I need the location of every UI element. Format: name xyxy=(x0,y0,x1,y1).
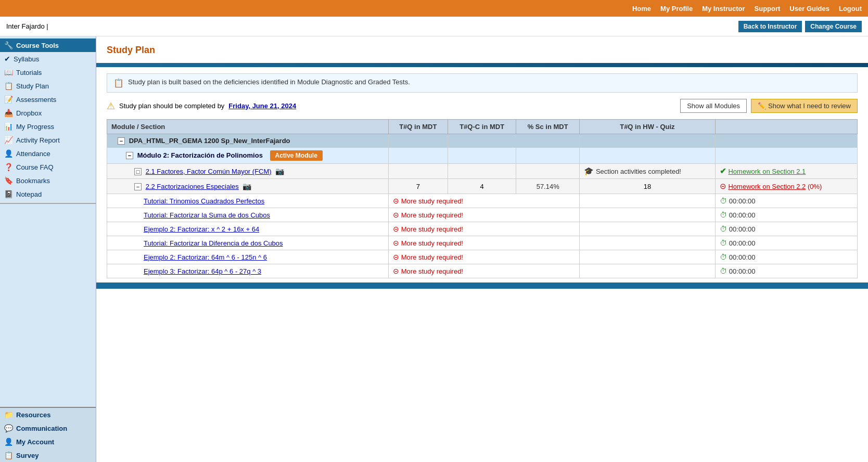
assessments-label: Assessments xyxy=(16,96,56,104)
item-1-link[interactable]: Tutorial: Factorizar la Suma de dos Cubo… xyxy=(144,211,270,219)
sidebar-bottom-section: 📁 Resources 💬 Communication 👤 My Account… xyxy=(0,407,96,462)
sidebar-item-dropbox[interactable]: 📥 Dropbox xyxy=(0,106,96,120)
collapse-course-icon[interactable]: − xyxy=(118,137,125,145)
user-name: Inter Fajardo | xyxy=(6,22,48,30)
bottom-scrollbar[interactable] xyxy=(96,283,868,289)
collapse-module-icon[interactable]: − xyxy=(126,152,133,159)
col-module-section: Module / Section xyxy=(107,120,389,134)
item-4-study-status: ⊝ More study required! xyxy=(393,253,575,261)
home-link[interactable]: Home xyxy=(632,5,651,12)
item-3-study-text: More study required! xyxy=(401,239,463,247)
section-2-1-hw-cell: ✔ Homework on Section 2.1 xyxy=(715,164,857,179)
item-2-link[interactable]: Ejemplo 2: Factorizar: x ^ 2 + 16x + 64 xyxy=(144,225,259,233)
sub-header: Inter Fajardo | Back to Instructor Chang… xyxy=(0,17,868,36)
sidebar-item-tutorials[interactable]: 📖 Tutorials xyxy=(0,66,96,79)
show-all-modules-button[interactable]: Show all Modules xyxy=(680,99,747,113)
item-0-link[interactable]: Tutorial: Trinomios Cuadrados Perfectos xyxy=(144,197,264,205)
sidebar-item-my-account[interactable]: 👤 My Account xyxy=(0,435,96,448)
survey-icon: 📋 xyxy=(4,451,13,459)
item-1-stop-icon: ⊝ xyxy=(393,211,399,219)
sidebar-item-survey[interactable]: 📋 Survey xyxy=(0,448,96,462)
item-0-study-status: ⊝ More study required! xyxy=(393,197,575,205)
sidebar-item-attendance[interactable]: 👤 Attendance xyxy=(0,147,96,160)
study-plan-label: Study Plan xyxy=(16,82,49,90)
section-2-1-link[interactable]: 2.1 Factores, Factor Común Mayor (FCM) xyxy=(146,168,272,175)
module-psc-mdt xyxy=(516,148,580,164)
item-4-link[interactable]: Ejemplo 2: Factorizar: 64m ^ 6 - 125n ^ … xyxy=(144,253,267,261)
dropbox-icon: 📥 xyxy=(4,109,13,117)
module-tq-hw xyxy=(579,148,715,164)
section-2-2-link[interactable]: 2.2 Factorizaciones Especiales xyxy=(146,183,239,190)
item-5-empty xyxy=(579,264,715,278)
info-icon: 📋 xyxy=(113,78,124,88)
item-5-stop-icon: ⊝ xyxy=(393,267,399,275)
resources-label: Resources xyxy=(16,411,50,419)
item-4-name-cell: Ejemplo 2: Factorizar: 64m ^ 6 - 125n ^ … xyxy=(107,250,389,264)
communication-icon: 💬 xyxy=(4,424,13,432)
info-box: 📋 Study plan is built based on the defic… xyxy=(107,73,858,93)
user-guides-link[interactable]: User Guides xyxy=(789,5,829,12)
item-2-study-cell: ⊝ More study required! xyxy=(388,222,579,236)
sidebar-item-course-faq[interactable]: ❓ Course FAQ xyxy=(0,160,96,174)
page-title: Study Plan xyxy=(107,45,858,56)
table-row-module: − Módulo 2: Factorización de Polinomios … xyxy=(107,148,858,164)
section-2-2-tqc-mdt: 4 xyxy=(448,179,516,194)
item-3-link[interactable]: Tutorial: Factorizar la Diferencia de do… xyxy=(144,239,283,247)
item-5-timer: ⏱ 00:00:00 xyxy=(720,267,853,275)
logout-link[interactable]: Logout xyxy=(839,5,862,12)
timer-2-icon: ⏱ xyxy=(720,225,727,233)
table-row-item-3: Tutorial: Factorizar la Diferencia de do… xyxy=(107,236,858,250)
item-1-timer: ⏱ 00:00:00 xyxy=(720,211,853,219)
my-instructor-link[interactable]: My Instructor xyxy=(702,5,745,12)
timer-3-icon: ⏱ xyxy=(720,239,727,247)
collapse-section-2-2-icon[interactable]: − xyxy=(134,183,142,190)
item-5-study-text: More study required! xyxy=(401,267,463,275)
item-0-study-cell: ⊝ More study required! xyxy=(388,194,579,208)
item-2-name-cell: Ejemplo 2: Factorizar: x ^ 2 + 16x + 64 xyxy=(107,222,389,236)
course-name: DPA_HTML_PR_GEMA 1200 Sp_New_InterFajard… xyxy=(129,137,290,145)
item-4-timer-cell: ⏱ 00:00:00 xyxy=(715,250,857,264)
sidebar-item-activity-report[interactable]: 📈 Activity Report xyxy=(0,133,96,147)
sidebar-item-bookmarks[interactable]: 🔖 Bookmarks xyxy=(0,174,96,187)
item-2-stop-icon: ⊝ xyxy=(393,225,399,233)
item-0-timer-cell: ⏱ 00:00:00 xyxy=(715,194,857,208)
pencil-icon: ✏️ xyxy=(758,102,766,110)
due-date-link[interactable]: Friday, June 21, 2024 xyxy=(228,102,296,110)
item-5-link[interactable]: Ejemplo 3: Factorizar: 64p ^ 6 - 27q ^ 3 xyxy=(144,267,261,275)
main-content: Study Plan 📋 Study plan is built based o… xyxy=(96,36,868,462)
my-profile-link[interactable]: My Profile xyxy=(660,5,693,12)
item-1-name-cell: Tutorial: Factorizar la Suma de dos Cubo… xyxy=(107,208,389,222)
sidebar-item-course-tools[interactable]: 🔧 Course Tools xyxy=(0,38,96,52)
warning-icon: ⚠ xyxy=(107,100,115,112)
sidebar-item-study-plan[interactable]: 📋 Study Plan xyxy=(0,79,96,93)
top-navigation: Home My Profile My Instructor Support Us… xyxy=(0,0,868,17)
timer-0-icon: ⏱ xyxy=(720,197,727,205)
sidebar-item-communication[interactable]: 💬 Communication xyxy=(0,421,96,435)
item-1-study-status: ⊝ More study required! xyxy=(393,211,575,219)
attendance-label: Attendance xyxy=(16,150,50,158)
check-icon-2-1: ✔ xyxy=(720,166,726,175)
sidebar-item-my-progress[interactable]: 📊 My Progress xyxy=(0,120,96,133)
course-tqc-mdt xyxy=(448,134,516,148)
study-plan-header: Study Plan xyxy=(96,36,868,63)
col-tq-mdt: T#Q in MDT xyxy=(388,120,448,134)
item-4-time: 00:00:00 xyxy=(729,253,756,261)
hw-2-2-link[interactable]: Homework on Section 2.2 xyxy=(728,183,806,190)
sidebar-item-assessments[interactable]: 📝 Assessments xyxy=(0,93,96,106)
hw-2-1-link[interactable]: Homework on Section 2.1 xyxy=(728,168,806,175)
back-to-instructor-button[interactable]: Back to Instructor xyxy=(738,21,802,32)
show-review-button[interactable]: ✏️ Show what I need to review xyxy=(751,99,858,113)
my-account-label: My Account xyxy=(16,438,54,446)
collapse-section-2-1-icon[interactable]: □ xyxy=(134,168,142,175)
item-1-study-text: More study required! xyxy=(401,211,463,219)
notepad-label: Notepad xyxy=(16,190,42,198)
support-link[interactable]: Support xyxy=(755,5,781,12)
change-course-button[interactable]: Change Course xyxy=(805,21,862,32)
item-2-time: 00:00:00 xyxy=(729,225,756,233)
bookmarks-label: Bookmarks xyxy=(16,177,50,185)
col-tq-hw: T#Q in HW - Quiz xyxy=(579,120,715,134)
course-tq-hw xyxy=(579,134,715,148)
sidebar-item-notepad[interactable]: 📓 Notepad xyxy=(0,187,96,201)
sidebar-item-syllabus[interactable]: ✔ Syllabus xyxy=(0,52,96,66)
sidebar-item-resources[interactable]: 📁 Resources xyxy=(0,408,96,421)
